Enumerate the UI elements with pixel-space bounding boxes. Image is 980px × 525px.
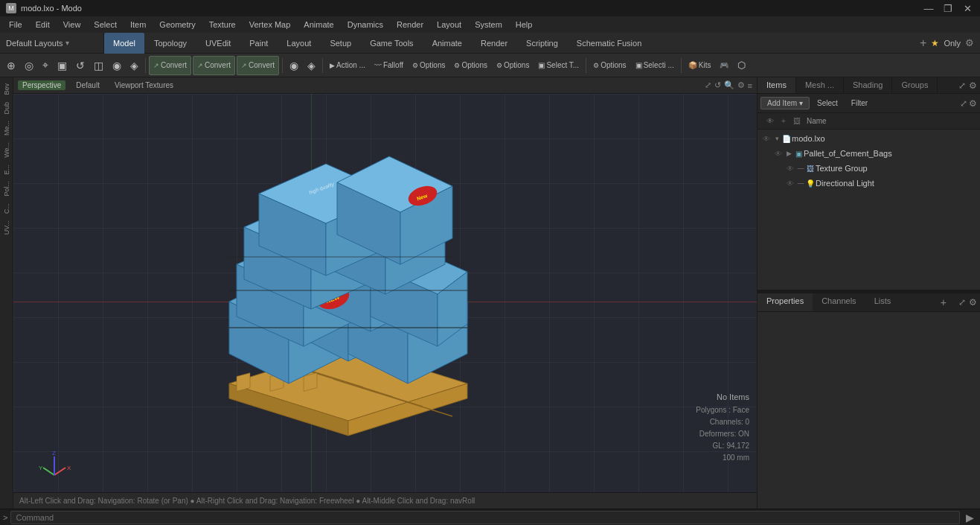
sidebar-bev[interactable]: Bev: [1, 80, 12, 98]
options-menu-2[interactable]: ⚙Options: [450, 56, 490, 75]
mode-button1[interactable]: ◉: [109, 56, 125, 75]
tab-model[interactable]: Model: [104, 33, 144, 54]
panel-tab-mesh[interactable]: Mesh ...: [796, 77, 844, 93]
selection-menu-button[interactable]: ▣Selecti ...: [632, 56, 678, 75]
sidebar-me[interactable]: Me...: [1, 118, 12, 139]
tree-item-pallet[interactable]: 👁 ▶ ▣ Pallet_of_Cement_Bags: [758, 146, 980, 161]
workplane-button[interactable]: ⌖: [39, 56, 52, 75]
sidebar-dub[interactable]: Dub: [1, 99, 12, 118]
shape-button1[interactable]: ◉: [286, 56, 302, 75]
filter-button[interactable]: Filter: [845, 98, 874, 109]
eye-icon-texture[interactable]: 👁: [784, 165, 796, 173]
falloff-menu-button[interactable]: 〰Falloff: [371, 56, 407, 75]
tree-item-modo-lxo[interactable]: 👁 ▾ 📄 modo.lxo: [758, 131, 980, 146]
menu-item[interactable]: Item: [124, 19, 152, 31]
props-settings-icon[interactable]: ⚙: [969, 297, 977, 308]
menu-layout[interactable]: Layout: [431, 19, 467, 31]
menu-vertex-map[interactable]: Vertex Map: [243, 19, 297, 31]
command-execute-button[interactable]: ▶: [963, 512, 977, 524]
add-layout-button[interactable]: +: [920, 36, 926, 50]
menu-dynamics[interactable]: Dynamics: [342, 19, 389, 31]
expand-icon-modo[interactable]: ▾: [772, 135, 781, 142]
props-tab-properties[interactable]: Properties: [758, 293, 813, 311]
items-expand-icon[interactable]: ⤢: [960, 98, 967, 109]
eye-icon-pallet[interactable]: 👁: [772, 150, 784, 158]
action-menu-button[interactable]: ▶Action ...: [326, 56, 369, 75]
sidebar-pol[interactable]: Pol...: [1, 178, 12, 200]
tree-item-light[interactable]: 👁 — 💡 Directional Light: [758, 176, 980, 191]
sidebar-c[interactable]: C...: [1, 200, 12, 217]
props-tab-lists[interactable]: Lists: [865, 293, 900, 311]
options-right-button[interactable]: ⚙Options: [589, 56, 630, 75]
tab-uvedit[interactable]: UVEdit: [196, 33, 240, 54]
maximize-button[interactable]: ❐: [941, 3, 955, 14]
menu-render[interactable]: Render: [391, 19, 429, 31]
tab-render[interactable]: Render: [472, 33, 516, 54]
tab-scripting[interactable]: Scripting: [517, 33, 567, 54]
tab-paint[interactable]: Paint: [240, 33, 277, 54]
game-engine-button[interactable]: 🎮: [716, 56, 732, 75]
props-expand-icon[interactable]: ⤢: [958, 297, 966, 308]
kits-button[interactable]: 📦Kits: [685, 56, 715, 75]
convert-button-2[interactable]: ↗Convert: [193, 56, 235, 75]
mode-button2[interactable]: ◈: [126, 56, 142, 75]
tab-setup[interactable]: Setup: [321, 33, 360, 54]
layout-dropdown-icon[interactable]: ▾: [65, 39, 69, 47]
select-button[interactable]: Select: [811, 98, 844, 109]
viewport-zoom-icon[interactable]: 🔍: [724, 80, 734, 90]
panel-tab-groups[interactable]: Groups: [892, 77, 938, 93]
viewport-tab-textures[interactable]: Viewport Textures: [110, 80, 178, 90]
settings-icon[interactable]: ⚙: [965, 37, 974, 48]
sidebar-we[interactable]: We...: [1, 139, 12, 161]
viewport[interactable]: high quality high quality high quality: [13, 94, 757, 509]
select-type-button[interactable]: ▣Select T...: [534, 56, 583, 75]
symmetry-button[interactable]: ▣: [54, 56, 71, 75]
tab-game-tools[interactable]: Game Tools: [361, 33, 423, 54]
tree-item-texture-group[interactable]: 👁 — 🖼 Texture Group: [758, 161, 980, 176]
pivot-button[interactable]: ◎: [21, 56, 37, 75]
viewport-settings-icon[interactable]: ⚙: [737, 80, 745, 90]
panel-tab-items[interactable]: Items: [758, 77, 796, 93]
eye-icon-light[interactable]: 👁: [784, 179, 796, 188]
shape-button2[interactable]: ◈: [304, 56, 319, 75]
panel-expand-icon[interactable]: ⤢: [958, 80, 966, 91]
eye-icon-modo[interactable]: 👁: [760, 135, 772, 143]
expand-icon-pallet[interactable]: ▶: [784, 150, 793, 157]
viewport-menu-icon[interactable]: ≡: [748, 81, 752, 90]
add-item-dropdown-icon[interactable]: ▾: [799, 99, 803, 107]
tab-schematic-fusion[interactable]: Schematic Fusion: [568, 33, 650, 54]
expand-icon-light[interactable]: —: [796, 179, 805, 187]
menu-geometry[interactable]: Geometry: [153, 19, 201, 31]
menu-help[interactable]: Help: [510, 19, 539, 31]
menu-texture[interactable]: Texture: [203, 19, 242, 31]
add-item-button[interactable]: Add Item ▾: [760, 97, 810, 109]
panel-settings-icon[interactable]: ⚙: [969, 80, 977, 91]
close-button[interactable]: ✕: [961, 3, 974, 14]
panel-tab-shading[interactable]: Shading: [844, 77, 892, 93]
action-button[interactable]: ◫: [90, 56, 107, 75]
favorite-star-icon[interactable]: ★: [931, 38, 939, 48]
sidebar-e[interactable]: E...: [1, 162, 12, 178]
tab-layout[interactable]: Layout: [278, 33, 320, 54]
viewport-tab-default[interactable]: Default: [71, 80, 104, 90]
props-add-button[interactable]: +: [935, 293, 952, 311]
props-tab-channels[interactable]: Channels: [813, 293, 865, 311]
tab-animate[interactable]: Animate: [423, 33, 471, 54]
menu-view[interactable]: View: [57, 19, 87, 31]
snap-button[interactable]: ⊕: [3, 56, 19, 75]
convert-button-1[interactable]: ↗Convert: [149, 56, 191, 75]
items-settings-icon[interactable]: ⚙: [969, 98, 977, 109]
viewport-tab-perspective[interactable]: Perspective: [18, 80, 65, 90]
menu-system[interactable]: System: [469, 19, 508, 31]
menu-edit[interactable]: Edit: [30, 19, 56, 31]
menu-select[interactable]: Select: [88, 19, 123, 31]
expand-icon-texture[interactable]: —: [796, 165, 805, 172]
menu-file[interactable]: File: [3, 19, 28, 31]
menu-animate[interactable]: Animate: [298, 19, 339, 31]
sidebar-uv[interactable]: UV...: [1, 217, 12, 238]
minimize-button[interactable]: —: [922, 3, 935, 14]
options-menu-1[interactable]: ⚙Options: [409, 56, 449, 75]
options-menu-3[interactable]: ⚙Options: [493, 56, 533, 75]
viewport-expand-icon[interactable]: ⤢: [705, 80, 711, 90]
convert-button-3[interactable]: ↗Convert: [237, 56, 279, 75]
